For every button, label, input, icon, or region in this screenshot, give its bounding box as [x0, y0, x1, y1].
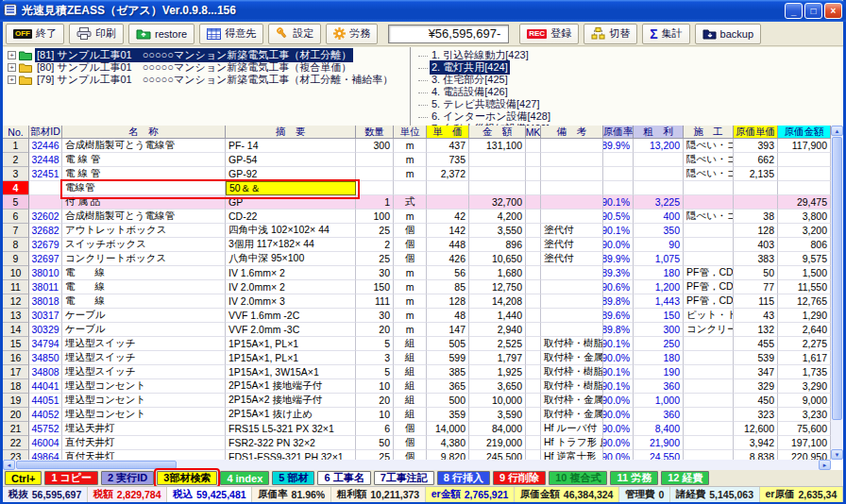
- grid-cell[interactable]: 取付枠・金属製プレ: [541, 408, 603, 422]
- grid-cell[interactable]: [526, 224, 541, 238]
- grid-cell[interactable]: 隠ぺい・コンク: [684, 210, 734, 224]
- grid-cell[interactable]: コンクリートボックス: [62, 252, 226, 266]
- grid-cell[interactable]: 90.0%: [603, 422, 634, 436]
- grid-cell[interactable]: PF管，CD管(: [684, 280, 734, 294]
- table-row[interactable]: 1734808埋込型スイッチ1P15A×1, 3W15A×15組3851,925…: [3, 365, 843, 379]
- grid-cell[interactable]: 隠ぺい・コンク: [684, 139, 734, 153]
- table-row[interactable]: 1634850埋込型スイッチ1P15A×1, PL×13組5991,797取付枠…: [3, 351, 843, 365]
- grid-cell[interactable]: 329: [734, 379, 778, 394]
- grid-cell[interactable]: [684, 365, 734, 379]
- grid-cell[interactable]: 245,500: [469, 450, 526, 460]
- grid-cell[interactable]: コンクリート部: [684, 323, 734, 337]
- backup-button[interactable]: backup: [695, 24, 761, 44]
- column-header[interactable]: 粗 利: [634, 126, 684, 139]
- grid-cell[interactable]: 個: [394, 252, 427, 266]
- 設定-button[interactable]: 設定: [268, 24, 321, 44]
- grid-cell[interactable]: 合成樹脂製可とう電線管: [62, 210, 226, 224]
- grid-cell[interactable]: 90.1%: [603, 337, 634, 351]
- table-row[interactable]: 1330317ケーブルVVF 1.6mm -2C30m481,44089.6%1…: [3, 309, 843, 323]
- grid-cell[interactable]: 56: [427, 266, 469, 280]
- grid-cell[interactable]: 組: [394, 365, 427, 379]
- grid-cell[interactable]: m: [394, 139, 427, 153]
- grid-cell[interactable]: 48: [427, 309, 469, 323]
- table-row[interactable]: 332451電 線 管GP-92m2,372隠ぺい・コンク2,135: [3, 167, 843, 181]
- grid-cell[interactable]: 合成樹脂製可とう電線管: [62, 139, 226, 153]
- grid-cell[interactable]: [526, 351, 541, 365]
- grid-cell[interactable]: 塗代付: [541, 238, 603, 252]
- grid-cell[interactable]: [684, 252, 734, 266]
- column-header[interactable]: 施 工: [684, 126, 734, 139]
- fkey-3部材検索[interactable]: 3部材検索: [157, 471, 217, 485]
- table-row[interactable]: 1534794埋込型スイッチ1P15A×1, PL×15組5052,525取付枠…: [3, 337, 843, 351]
- grid-cell[interactable]: 38018: [29, 294, 62, 309]
- fkey-7工事注記[interactable]: 7工事注記: [374, 471, 434, 485]
- grid-cell[interactable]: [778, 167, 831, 181]
- grid-cell[interactable]: 付 属 品: [62, 195, 226, 210]
- grid-cell[interactable]: 個: [394, 238, 427, 252]
- grid-cell[interactable]: [526, 294, 541, 309]
- grid-cell[interactable]: [634, 153, 684, 167]
- grid-cell[interactable]: 90.0%: [603, 408, 634, 422]
- grid-cell[interactable]: 45752: [29, 422, 62, 436]
- grid-cell[interactable]: 電 線 管: [62, 153, 226, 167]
- grid-cell[interactable]: 8,400: [634, 422, 684, 436]
- grid-cell[interactable]: [684, 422, 734, 436]
- grid-cell[interactable]: [541, 280, 603, 294]
- grid-cell[interactable]: 383: [734, 252, 778, 266]
- grid-cell[interactable]: 450: [734, 394, 778, 408]
- row-number-cell[interactable]: 15: [3, 337, 29, 351]
- grid-cell[interactable]: 90.1%: [603, 365, 634, 379]
- grid-cell[interactable]: 90.6%: [603, 280, 634, 294]
- grid-cell[interactable]: 32682: [29, 224, 62, 238]
- grid-cell[interactable]: m: [394, 323, 427, 337]
- grid-cell[interactable]: 埋込型スイッチ: [62, 337, 226, 351]
- grid-cell[interactable]: [356, 167, 394, 181]
- grid-cell[interactable]: 100: [356, 210, 394, 224]
- 得意先-button[interactable]: 得意先: [199, 24, 263, 44]
- table-row[interactable]: 4電線管50＆＆: [3, 181, 843, 195]
- grid-cell[interactable]: 90.1%: [603, 224, 634, 238]
- grid-cell[interactable]: [541, 195, 603, 210]
- grid-cell[interactable]: 20: [356, 394, 394, 408]
- grid-cell[interactable]: 300: [356, 139, 394, 153]
- column-header[interactable]: 単位: [394, 126, 427, 139]
- grid-cell[interactable]: 2,275: [778, 337, 831, 351]
- grid-cell[interactable]: [634, 181, 684, 195]
- grid-cell[interactable]: 250: [634, 337, 684, 351]
- grid-cell[interactable]: 2P15A×1 抜け止め: [226, 408, 356, 422]
- grid-cell[interactable]: 34794: [29, 337, 62, 351]
- grid-cell[interactable]: 117,900: [778, 139, 831, 153]
- grid-cell[interactable]: 90.5%: [603, 210, 634, 224]
- grid-cell[interactable]: 150: [634, 309, 684, 323]
- row-number-cell[interactable]: 2: [3, 153, 29, 167]
- grid-cell[interactable]: [541, 167, 603, 181]
- grid-cell[interactable]: 32448: [29, 153, 62, 167]
- horizontal-scrollbar[interactable]: ◄ ►: [3, 460, 831, 470]
- grid-cell[interactable]: 90.0%: [603, 351, 634, 365]
- grid-cell[interactable]: 3,942: [734, 436, 778, 450]
- row-number-cell[interactable]: 7: [3, 224, 29, 238]
- grid-cell[interactable]: 3,225: [634, 195, 684, 210]
- grid-cell[interactable]: 360: [634, 379, 684, 394]
- grid-cell[interactable]: [603, 167, 634, 181]
- grid-cell[interactable]: 539: [734, 351, 778, 365]
- grid-cell[interactable]: 取付枠・金属製プレ: [541, 394, 603, 408]
- grid-cell[interactable]: 44051: [29, 394, 62, 408]
- grid-cell[interactable]: 隠ぺい・コンク: [684, 153, 734, 167]
- row-number-cell[interactable]: 3: [3, 167, 29, 181]
- table-row[interactable]: 1238018電 線IV 2.0mm× 3111m12814,20889.8%1…: [3, 294, 843, 309]
- grid-cell[interactable]: 八角中深 95×100: [226, 252, 356, 266]
- grid-cell[interactable]: 128: [427, 294, 469, 309]
- grid-cell[interactable]: 塗代付: [541, 224, 603, 238]
- grid-cell[interactable]: [469, 167, 526, 181]
- column-header[interactable]: 摘 要: [226, 126, 356, 139]
- grid-cell[interactable]: 599: [427, 351, 469, 365]
- grid-cell[interactable]: CD-22: [226, 210, 356, 224]
- grid-cell[interactable]: 115: [734, 294, 778, 309]
- fkey-11 労務[interactable]: 11 労務: [610, 471, 658, 485]
- grid-cell[interactable]: 25: [356, 224, 394, 238]
- column-header[interactable]: 原価単価: [734, 126, 778, 139]
- grid-cell[interactable]: 34850: [29, 351, 62, 365]
- grid-cell[interactable]: [427, 181, 469, 195]
- grid-cell[interactable]: 437: [427, 139, 469, 153]
